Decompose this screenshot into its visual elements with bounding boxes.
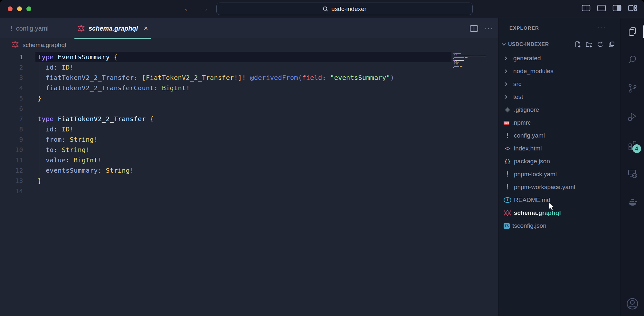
activity-docker-icon[interactable] [627, 196, 638, 207]
line-number: 2 [0, 62, 23, 72]
yaml-alert-icon: ! [504, 170, 511, 178]
folder-item-generated[interactable]: generated [498, 52, 620, 65]
code-line-1[interactable]: 1 type EventsSummary { [0, 52, 498, 62]
git-diamond-icon [504, 108, 511, 112]
panel-bottom-icon[interactable] [597, 5, 606, 12]
json-braces-icon: {} [504, 158, 511, 165]
folder-item-test[interactable]: test [498, 91, 620, 103]
minimize-window-button[interactable] [17, 6, 22, 11]
new-file-icon[interactable] [574, 41, 581, 48]
right-sidebar-icon[interactable] [612, 5, 621, 12]
item-label: node_modules [513, 68, 554, 75]
new-folder-icon[interactable] [585, 41, 592, 48]
explorer-more-icon[interactable]: ··· [597, 24, 606, 32]
activity-explorer-icon[interactable] [627, 26, 638, 37]
yaml-alert-icon: ! [10, 24, 12, 32]
graphql-icon [12, 41, 19, 48]
code-line-10[interactable]: 10 to: String! [0, 145, 498, 155]
traffic-lights [8, 6, 31, 11]
yaml-alert-icon: ! [504, 132, 511, 139]
activity-run-debug-icon[interactable] [627, 111, 638, 122]
close-window-button[interactable] [8, 6, 13, 11]
file-item-index.html[interactable]: <>index.html [498, 142, 620, 155]
close-tab-icon[interactable]: × [144, 24, 148, 33]
file-item-README.md[interactable]: iREADME.md [498, 194, 620, 206]
file-item-package.json[interactable]: {}package.json [498, 155, 620, 168]
file-item-pnpm-workspace.yaml[interactable]: !pnpm-workspace.yaml [498, 181, 620, 194]
activity-accounts-icon[interactable] [625, 297, 639, 311]
folder-item-src[interactable]: src [498, 78, 620, 91]
code-line-2[interactable]: 2 id: ID! [0, 62, 498, 72]
item-label: config.yaml [514, 132, 545, 139]
explorer-section-header[interactable]: USDC-INDEXER [498, 37, 620, 52]
minimap[interactable] [453, 53, 488, 69]
tab-config.yaml[interactable]: ! config.yaml [3, 18, 56, 38]
search-icon [323, 6, 328, 12]
chevron-right-icon [503, 94, 509, 100]
item-label: tsconfig.json [512, 222, 546, 229]
html-icon: <> [504, 146, 511, 151]
code-line-7[interactable]: 7 type FiatTokenV2_2_Transfer { [0, 114, 498, 124]
code-line-13[interactable]: 13 } [0, 176, 498, 186]
file-item-.npmrc[interactable]: npm.npmrc [498, 116, 620, 129]
code-editor[interactable]: 1 type EventsSummary { 2 id: ID! 3 fiatT… [0, 52, 498, 316]
tab-schema.graphql[interactable]: schema.graphql × [70, 18, 156, 38]
npm-icon: npm [504, 121, 509, 125]
file-item-config.yaml[interactable]: !config.yaml [498, 129, 620, 142]
line-number: 14 [0, 186, 23, 196]
file-item-tsconfig.json[interactable]: TStsconfig.json [498, 219, 620, 232]
forward-button[interactable]: → [200, 4, 209, 14]
more-actions-icon[interactable]: ··· [484, 24, 494, 33]
code-line-3[interactable]: 3 fiatTokenV2_2_Transfer: [FiatTokenV2_2… [0, 72, 498, 83]
collapse-all-icon[interactable] [608, 41, 615, 48]
explorer-panel: EXPLORER ··· USDC-INDEXER generated node… [498, 18, 620, 316]
file-item-pnpm-lock.yaml[interactable]: !pnpm-lock.yaml [498, 168, 620, 181]
breadcrumb[interactable]: schema.graphql [0, 38, 498, 52]
activity-remote-explorer-icon[interactable] [627, 168, 638, 179]
code-line-14[interactable]: 14 [0, 186, 498, 196]
code-line-6[interactable]: 6 [0, 103, 498, 114]
item-label: index.html [514, 145, 542, 152]
line-number: 6 [0, 103, 23, 114]
split-columns-icon[interactable] [582, 5, 591, 12]
address-bar[interactable]: usdc-indexer [216, 3, 473, 15]
code-line-9[interactable]: 9 from: String! [0, 134, 498, 145]
refresh-icon[interactable] [597, 41, 604, 48]
activity-source-control-icon[interactable] [627, 83, 638, 94]
activity-extensions-icon[interactable]: 4 [627, 139, 638, 150]
line-number: 8 [0, 124, 23, 134]
address-bar-value: usdc-indexer [331, 5, 366, 13]
activity-bar: 4 [620, 18, 644, 316]
yaml-alert-icon: ! [504, 183, 511, 191]
back-button[interactable]: ← [184, 4, 192, 14]
code-line-5[interactable]: 5 } [0, 93, 498, 103]
code-line-12[interactable]: 12 eventsSummary: String! [0, 165, 498, 176]
breadcrumb-label: schema.graphql [23, 42, 66, 49]
item-label: pnpm-workspace.yaml [514, 184, 575, 191]
line-number: 12 [0, 165, 23, 176]
file-item-schema.graphql[interactable]: schema.graphql [498, 206, 620, 219]
titlebar: ← → usdc-indexer [0, 0, 644, 18]
item-label: package.json [514, 158, 550, 165]
line-number: 9 [0, 134, 23, 145]
app-window: ← → usdc-indexer ! config.yaml schema.gr… [0, 0, 644, 316]
folder-item-node_modules[interactable]: node_modules [498, 65, 620, 78]
explorer-title: EXPLORER [509, 25, 539, 31]
code-line-8[interactable]: 8 id: ID! [0, 124, 498, 134]
typescript-icon: TS [504, 223, 510, 229]
line-number: 10 [0, 145, 23, 155]
activity-search-icon[interactable] [627, 54, 638, 65]
item-label: .gitignore [514, 106, 539, 113]
line-number: 1 [0, 52, 23, 62]
customize-layout-icon[interactable] [628, 5, 637, 12]
tab-label: schema.graphql [89, 25, 138, 32]
graphql-icon [504, 209, 511, 216]
extensions-badge: 4 [632, 144, 641, 153]
line-number: 4 [0, 83, 23, 93]
split-editor-icon[interactable] [470, 25, 478, 32]
zoom-window-button[interactable] [26, 6, 31, 11]
readme-info-icon: i [504, 197, 511, 203]
code-line-11[interactable]: 11 value: BigInt! [0, 155, 498, 165]
file-item-.gitignore[interactable]: .gitignore [498, 103, 620, 116]
code-line-4[interactable]: 4 fiatTokenV2_2_TransferCount: BigInt! [0, 83, 498, 93]
